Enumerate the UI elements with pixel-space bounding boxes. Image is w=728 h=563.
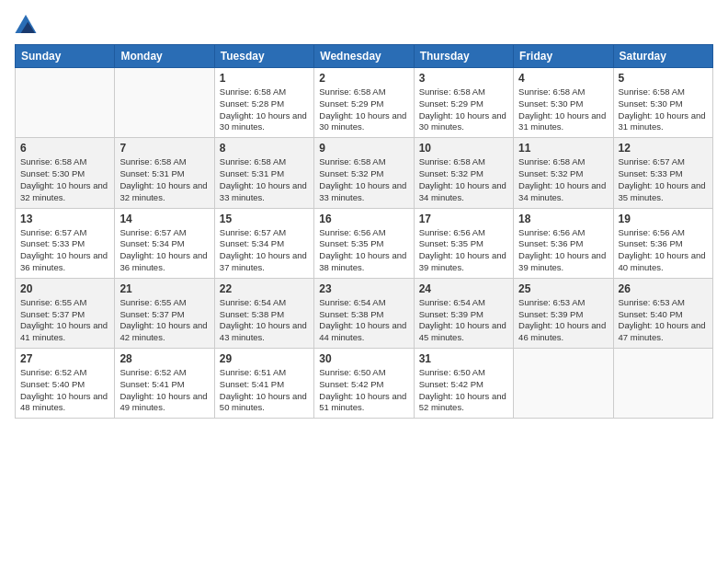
day-number: 9: [319, 142, 408, 155]
calendar-cell: 25Sunrise: 6:53 AM Sunset: 5:39 PM Dayli…: [514, 278, 613, 348]
day-number: 19: [619, 213, 708, 225]
day-info: Sunrise: 6:54 AM Sunset: 5:38 PM Dayligh…: [319, 297, 408, 344]
calendar-cell: 10Sunrise: 6:58 AM Sunset: 5:32 PM Dayli…: [414, 138, 513, 208]
calendar-cell: 5Sunrise: 6:58 AM Sunset: 5:30 PM Daylig…: [613, 68, 712, 138]
day-header-monday: Monday: [115, 45, 214, 68]
day-number: 5: [619, 72, 708, 85]
calendar-cell: 8Sunrise: 6:58 AM Sunset: 5:31 PM Daylig…: [214, 138, 313, 208]
day-info: Sunrise: 6:53 AM Sunset: 5:40 PM Dayligh…: [619, 297, 708, 344]
calendar-cell: [16, 68, 115, 138]
day-info: Sunrise: 6:52 AM Sunset: 5:41 PM Dayligh…: [119, 367, 209, 414]
calendar-cell: 29Sunrise: 6:51 AM Sunset: 5:41 PM Dayli…: [214, 349, 313, 419]
day-number: 4: [518, 72, 608, 85]
day-number: 25: [518, 282, 608, 295]
day-number: 31: [419, 352, 508, 365]
day-info: Sunrise: 6:58 AM Sunset: 5:31 PM Dayligh…: [119, 156, 209, 203]
day-number: 17: [419, 213, 508, 225]
day-info: Sunrise: 6:56 AM Sunset: 5:35 PM Dayligh…: [319, 227, 408, 274]
day-number: 12: [619, 142, 708, 155]
day-info: Sunrise: 6:57 AM Sunset: 5:33 PM Dayligh…: [20, 227, 109, 274]
calendar-cell: 31Sunrise: 6:50 AM Sunset: 5:42 PM Dayli…: [414, 349, 513, 419]
day-number: 20: [20, 282, 109, 295]
calendar-week-2: 6Sunrise: 6:58 AM Sunset: 5:30 PM Daylig…: [16, 138, 713, 208]
calendar-cell: 19Sunrise: 6:56 AM Sunset: 5:36 PM Dayli…: [613, 208, 712, 278]
calendar-week-4: 20Sunrise: 6:55 AM Sunset: 5:37 PM Dayli…: [16, 278, 713, 348]
calendar-cell: 20Sunrise: 6:55 AM Sunset: 5:37 PM Dayli…: [16, 278, 115, 348]
calendar-cell: [514, 349, 613, 419]
calendar-cell: 27Sunrise: 6:52 AM Sunset: 5:40 PM Dayli…: [16, 349, 115, 419]
day-number: 22: [220, 282, 309, 295]
logo-icon: [15, 15, 37, 33]
day-info: Sunrise: 6:57 AM Sunset: 5:34 PM Dayligh…: [119, 227, 209, 274]
day-info: Sunrise: 6:54 AM Sunset: 5:39 PM Dayligh…: [419, 297, 508, 344]
calendar-cell: 4Sunrise: 6:58 AM Sunset: 5:30 PM Daylig…: [514, 68, 613, 138]
day-number: 11: [518, 142, 608, 155]
calendar-cell: 12Sunrise: 6:57 AM Sunset: 5:33 PM Dayli…: [613, 138, 712, 208]
day-number: 26: [619, 282, 708, 295]
calendar-cell: 16Sunrise: 6:56 AM Sunset: 5:35 PM Dayli…: [314, 208, 414, 278]
calendar-table: SundayMondayTuesdayWednesdayThursdayFrid…: [15, 44, 713, 419]
calendar-cell: 24Sunrise: 6:54 AM Sunset: 5:39 PM Dayli…: [414, 278, 513, 348]
logo: [15, 15, 40, 33]
day-header-friday: Friday: [514, 45, 613, 68]
day-header-wednesday: Wednesday: [314, 45, 414, 68]
day-info: Sunrise: 6:55 AM Sunset: 5:37 PM Dayligh…: [20, 297, 109, 344]
day-info: Sunrise: 6:58 AM Sunset: 5:30 PM Dayligh…: [619, 86, 708, 133]
day-info: Sunrise: 6:53 AM Sunset: 5:39 PM Dayligh…: [518, 297, 608, 344]
day-info: Sunrise: 6:55 AM Sunset: 5:37 PM Dayligh…: [119, 297, 209, 344]
calendar-cell: 1Sunrise: 6:58 AM Sunset: 5:28 PM Daylig…: [214, 68, 313, 138]
day-number: 2: [319, 72, 408, 85]
day-info: Sunrise: 6:58 AM Sunset: 5:31 PM Dayligh…: [220, 156, 309, 203]
calendar-cell: 9Sunrise: 6:58 AM Sunset: 5:32 PM Daylig…: [314, 138, 414, 208]
day-info: Sunrise: 6:50 AM Sunset: 5:42 PM Dayligh…: [319, 367, 408, 414]
day-info: Sunrise: 6:58 AM Sunset: 5:28 PM Dayligh…: [220, 86, 309, 133]
day-number: 13: [20, 213, 109, 225]
day-number: 18: [518, 213, 608, 225]
calendar-cell: 15Sunrise: 6:57 AM Sunset: 5:34 PM Dayli…: [214, 208, 313, 278]
day-number: 30: [319, 352, 408, 365]
calendar-cell: 14Sunrise: 6:57 AM Sunset: 5:34 PM Dayli…: [115, 208, 214, 278]
day-info: Sunrise: 6:58 AM Sunset: 5:29 PM Dayligh…: [419, 86, 508, 133]
day-number: 28: [119, 352, 209, 365]
day-info: Sunrise: 6:58 AM Sunset: 5:29 PM Dayligh…: [319, 86, 408, 133]
day-number: 14: [119, 213, 209, 225]
calendar-cell: [115, 68, 214, 138]
day-number: 10: [419, 142, 508, 155]
calendar-cell: [613, 349, 712, 419]
calendar-week-3: 13Sunrise: 6:57 AM Sunset: 5:33 PM Dayli…: [16, 208, 713, 278]
calendar-cell: 17Sunrise: 6:56 AM Sunset: 5:35 PM Dayli…: [414, 208, 513, 278]
day-number: 3: [419, 72, 508, 85]
day-number: 1: [220, 72, 309, 85]
day-number: 29: [220, 352, 309, 365]
day-info: Sunrise: 6:57 AM Sunset: 5:34 PM Dayligh…: [220, 227, 309, 274]
calendar-cell: 21Sunrise: 6:55 AM Sunset: 5:37 PM Dayli…: [115, 278, 214, 348]
calendar-cell: 26Sunrise: 6:53 AM Sunset: 5:40 PM Dayli…: [613, 278, 712, 348]
day-info: Sunrise: 6:56 AM Sunset: 5:35 PM Dayligh…: [419, 227, 508, 274]
day-info: Sunrise: 6:58 AM Sunset: 5:32 PM Dayligh…: [419, 156, 508, 203]
calendar-cell: 7Sunrise: 6:58 AM Sunset: 5:31 PM Daylig…: [115, 138, 214, 208]
day-info: Sunrise: 6:58 AM Sunset: 5:32 PM Dayligh…: [518, 156, 608, 203]
day-number: 16: [319, 213, 408, 225]
calendar-cell: 28Sunrise: 6:52 AM Sunset: 5:41 PM Dayli…: [115, 349, 214, 419]
calendar-cell: 18Sunrise: 6:56 AM Sunset: 5:36 PM Dayli…: [514, 208, 613, 278]
day-header-thursday: Thursday: [414, 45, 513, 68]
calendar-header-row: SundayMondayTuesdayWednesdayThursdayFrid…: [16, 45, 713, 68]
day-header-saturday: Saturday: [613, 45, 712, 68]
day-number: 8: [220, 142, 309, 155]
day-info: Sunrise: 6:54 AM Sunset: 5:38 PM Dayligh…: [220, 297, 309, 344]
day-info: Sunrise: 6:57 AM Sunset: 5:33 PM Dayligh…: [619, 156, 708, 203]
day-number: 23: [319, 282, 408, 295]
day-info: Sunrise: 6:56 AM Sunset: 5:36 PM Dayligh…: [619, 227, 708, 274]
calendar-cell: 11Sunrise: 6:58 AM Sunset: 5:32 PM Dayli…: [514, 138, 613, 208]
day-number: 7: [119, 142, 209, 155]
calendar-week-1: 1Sunrise: 6:58 AM Sunset: 5:28 PM Daylig…: [16, 68, 713, 138]
calendar-cell: 3Sunrise: 6:58 AM Sunset: 5:29 PM Daylig…: [414, 68, 513, 138]
day-info: Sunrise: 6:58 AM Sunset: 5:32 PM Dayligh…: [319, 156, 408, 203]
day-header-sunday: Sunday: [16, 45, 115, 68]
calendar-cell: 22Sunrise: 6:54 AM Sunset: 5:38 PM Dayli…: [214, 278, 313, 348]
day-info: Sunrise: 6:50 AM Sunset: 5:42 PM Dayligh…: [419, 367, 508, 414]
day-number: 15: [220, 213, 309, 225]
day-number: 6: [20, 142, 109, 155]
page-header: [15, 15, 713, 33]
day-header-tuesday: Tuesday: [214, 45, 313, 68]
